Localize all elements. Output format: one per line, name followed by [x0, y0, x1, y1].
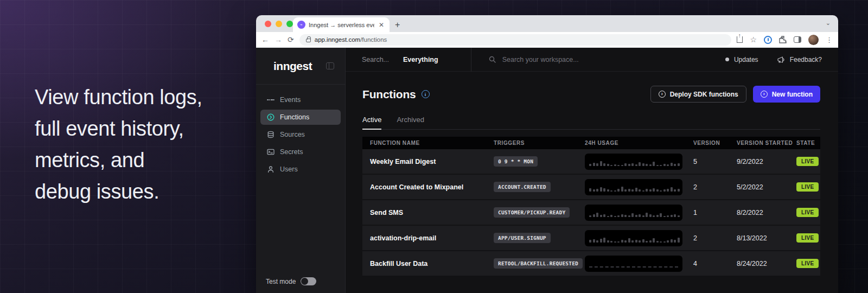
function-name: activation-drip-email [370, 234, 494, 242]
usage-sparkline [585, 205, 682, 221]
table-row[interactable]: activation-drip-email APP/USER.SIGNUP 2 … [362, 226, 820, 250]
test-mode-row: Test mode [256, 277, 345, 293]
test-mode-toggle[interactable] [301, 277, 316, 285]
sidebar-item-users[interactable]: Users [260, 162, 341, 177]
state-badge: LIVE [796, 233, 819, 243]
minimize-window-button[interactable] [276, 21, 282, 27]
hero-line: metrics, and [35, 144, 202, 176]
function-name: Send SMS [370, 209, 494, 216]
feedback-button[interactable]: Feedback? [777, 56, 822, 63]
browser-tabstrip: ⌁ Inngest → serverless event-dri ✕ + ⌄ [256, 15, 838, 32]
address-bar[interactable]: app.inngest.com/functions [299, 34, 732, 46]
page-url: app.inngest.com/functions [315, 36, 387, 43]
lock-icon [306, 39, 311, 42]
forward-button[interactable]: → [275, 35, 282, 44]
sidebar-item-events[interactable]: Events [260, 92, 341, 107]
new-function-circle-icon: › [761, 91, 768, 98]
database-icon [267, 131, 275, 138]
new-function-label: New function [772, 91, 813, 98]
updates-label: Updates [734, 56, 758, 63]
tab-archived[interactable]: Archived [397, 116, 424, 129]
sidebar-item-label: Sources [280, 131, 305, 138]
extensions-puzzle-icon[interactable] [779, 36, 787, 43]
reload-button[interactable]: ⟳ [288, 35, 294, 44]
state-badge: LIVE [796, 157, 819, 166]
url-domain: app.inngest.com [315, 36, 360, 43]
info-icon[interactable]: i [422, 90, 430, 98]
col-function-name: FUNCTION NAME [370, 140, 494, 146]
version-cell: 1 [693, 209, 737, 216]
sidebar-item-sources[interactable]: Sources [260, 127, 341, 142]
megaphone-icon [777, 56, 785, 63]
user-icon [267, 165, 275, 173]
search-scope-everything[interactable]: Everything [403, 56, 438, 63]
sidebar-nav: Events Functions Sources Secrets [256, 85, 345, 184]
state-badge: LIVE [796, 208, 819, 217]
deploy-button-label: Deploy SDK functions [670, 91, 738, 98]
trigger-badge: CUSTOMER/PICKUP.READY [494, 207, 570, 218]
close-window-button[interactable] [265, 21, 271, 27]
version-cell: 4 [693, 260, 737, 267]
new-function-button[interactable]: › New function [753, 86, 820, 103]
bookmark-star-icon[interactable]: ☆ [750, 35, 757, 44]
sidebar: inngest Events Functions Sources [256, 48, 346, 293]
sidebar-collapse-icon[interactable] [326, 62, 334, 69]
test-mode-label: Test mode [266, 278, 296, 285]
trigger-badge: ACCOUNT.CREATED [494, 182, 551, 192]
search-tabs-chevron-icon[interactable]: ⌄ [826, 20, 831, 27]
share-icon[interactable] [737, 36, 743, 43]
browser-menu-icon[interactable]: ⋮ [826, 36, 833, 44]
feedback-label: Feedback? [790, 56, 822, 63]
version-cell: 2 [693, 234, 737, 242]
col-triggers: TRIGGERS [494, 140, 585, 146]
table-row[interactable]: Weekly Email Digest 0 9 * * MON 5 9/2/20… [362, 149, 820, 174]
terminal-icon [267, 148, 275, 156]
state-badge: LIVE [796, 259, 819, 268]
version-cell: 5 [693, 158, 737, 165]
hero-headline: View function logs, full event history, … [35, 81, 202, 207]
tab-title: Inngest → serverless event-dri [309, 22, 374, 28]
app-topbar: Search... Everything Search your workspa… [346, 48, 838, 72]
workspace-search-input[interactable]: Search your workspace... [489, 56, 725, 63]
functions-circle-icon [267, 113, 275, 121]
workspace-search-placeholder: Search your workspace... [502, 56, 579, 63]
table-row[interactable]: Send SMS CUSTOMER/PICKUP.READY 1 8/2/202… [362, 200, 820, 225]
browser-toolbar: ← → ⟳ app.inngest.com/functions ☆ ⋮ [256, 32, 838, 48]
hero-line: View function logs, [35, 81, 202, 113]
usage-sparkline [585, 256, 682, 272]
trigger-badge: RETOOL/BACKFILL.REQUESTED [494, 258, 583, 269]
password-manager-icon[interactable] [764, 36, 772, 44]
tab-active[interactable]: Active [362, 116, 381, 130]
deploy-sdk-functions-button[interactable]: › Deploy SDK functions [650, 86, 746, 103]
version-started-cell: 8/24/2022 [737, 260, 796, 267]
version-cell: 2 [693, 183, 737, 191]
table-header: FUNCTION NAME TRIGGERS 24H USAGE VERSION… [362, 137, 820, 149]
profile-avatar[interactable] [808, 35, 819, 45]
version-started-cell: 5/2/2022 [737, 183, 796, 191]
topbar-divider [471, 48, 471, 72]
browser-tab[interactable]: ⌁ Inngest → serverless event-dri ✕ [293, 17, 390, 32]
col-24h-usage: 24H USAGE [585, 140, 693, 146]
maximize-window-button[interactable] [286, 21, 293, 27]
col-version: VERSION [693, 140, 737, 146]
updates-button[interactable]: Updates [725, 56, 758, 63]
side-panel-icon[interactable] [794, 36, 801, 43]
function-name: Backfill User Data [370, 260, 494, 267]
function-name: Account Created to Mixpanel [370, 183, 494, 191]
sidebar-item-functions[interactable]: Functions [260, 110, 341, 125]
browser-window: ⌁ Inngest → serverless event-dri ✕ + ⌄ ←… [256, 15, 838, 293]
back-button[interactable]: ← [261, 35, 269, 44]
version-started-cell: 8/2/2022 [737, 209, 796, 216]
usage-sparkline [585, 154, 682, 170]
new-tab-button[interactable]: + [395, 20, 400, 30]
table-row[interactable]: Account Created to Mixpanel ACCOUNT.CREA… [362, 175, 820, 199]
sidebar-item-secrets[interactable]: Secrets [260, 144, 341, 160]
sidebar-item-label: Events [280, 96, 301, 104]
search-label[interactable]: Search... [362, 56, 389, 63]
col-state: STATE [796, 140, 820, 146]
tab-close-icon[interactable]: ✕ [378, 21, 385, 29]
table-row[interactable]: Backfill User Data RETOOL/BACKFILL.REQUE… [362, 251, 820, 276]
page-header: Functions i › Deploy SDK functions › New… [362, 86, 820, 103]
inngest-app: inngest Events Functions Sources [256, 48, 838, 293]
function-table-body: Weekly Email Digest 0 9 * * MON 5 9/2/20… [362, 149, 820, 276]
